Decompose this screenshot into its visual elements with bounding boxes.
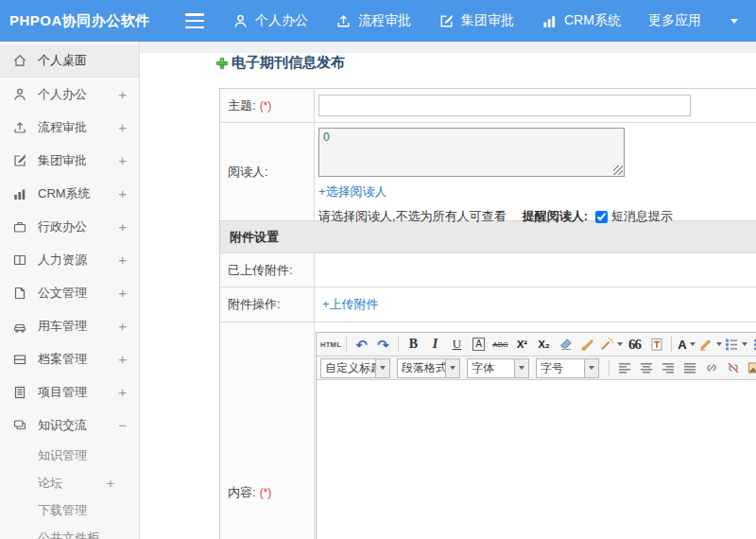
sms-checkbox[interactable]: [595, 211, 608, 223]
top-navigation: 个人办公 流程审批 集团审批 CRM系统 更多应用: [232, 12, 738, 29]
sidebar-item-documents[interactable]: 公文管理 +: [0, 276, 139, 309]
font-style-button[interactable]: A: [469, 335, 489, 354]
car-icon: [12, 319, 27, 334]
chevron-down-icon: [450, 366, 455, 370]
content-row: 内容: (*) HTML ↶ ↷ B I U A: [220, 322, 756, 539]
sidebar-subitem-public-cabinet[interactable]: 公共文件柜: [0, 524, 139, 539]
sidebar-subitem-forum[interactable]: 论坛 +: [0, 469, 139, 496]
chevron-down-icon: [519, 366, 524, 370]
expand-icon[interactable]: +: [118, 185, 127, 201]
subject-label: 主题: (*): [220, 89, 315, 122]
align-left-icon[interactable]: [614, 358, 634, 377]
sidebar-subitem-knowledge-mgmt[interactable]: 知识管理: [0, 442, 139, 469]
undo-icon[interactable]: ↶: [352, 335, 371, 354]
sidebar-item-projects[interactable]: 项目管理 +: [0, 375, 139, 409]
paste-text-icon[interactable]: [646, 335, 666, 354]
sidebar-item-crm[interactable]: CRM系统 +: [0, 177, 139, 210]
edit-icon: [12, 153, 27, 168]
expand-icon[interactable]: +: [118, 152, 127, 168]
sidebar-item-desktop[interactable]: 个人桌面: [0, 44, 139, 78]
expand-icon[interactable]: +: [118, 86, 127, 102]
blockquote-button[interactable]: 66: [625, 335, 644, 354]
strikethrough-button[interactable]: ABC: [490, 335, 510, 354]
person-icon: [12, 87, 27, 102]
sidebar-item-knowledge-exchange[interactable]: 知识交流 −: [0, 409, 139, 442]
subject-input[interactable]: [318, 95, 691, 116]
nav-workflow-approval[interactable]: 流程审批: [335, 12, 411, 29]
expand-icon[interactable]: +: [118, 351, 127, 367]
ordered-list-icon[interactable]: [724, 335, 747, 354]
sidebar-item-vehicles[interactable]: 用车管理 +: [0, 309, 139, 342]
unlink-icon[interactable]: [723, 358, 743, 377]
redo-icon[interactable]: ↷: [373, 335, 393, 354]
font-color-button[interactable]: A: [677, 335, 696, 354]
expand-icon[interactable]: +: [118, 318, 127, 334]
expand-icon[interactable]: +: [118, 218, 127, 235]
nav-personal-office[interactable]: 个人办公: [232, 12, 308, 29]
chart-icon: [541, 13, 558, 29]
nav-crm-system[interactable]: CRM系统: [541, 12, 621, 29]
readers-textarea[interactable]: 0: [318, 128, 625, 177]
content-top-strip: [140, 42, 756, 53]
attachments-section-header: 附件设置: [220, 221, 756, 253]
expand-icon[interactable]: +: [118, 119, 127, 135]
add-plus-icon: [215, 57, 229, 70]
readers-hint: 请选择阅读人,不选为所有人可查看: [318, 208, 507, 225]
flow-icon: [12, 120, 27, 135]
expand-icon[interactable]: +: [118, 252, 127, 268]
heading-style-select[interactable]: 自定义标题: [320, 358, 390, 378]
edit-icon: [438, 13, 455, 29]
uploaded-files-area: [315, 253, 756, 287]
image-icon[interactable]: [745, 358, 756, 377]
chevron-down-icon[interactable]: [730, 19, 738, 24]
expand-icon[interactable]: +: [107, 476, 114, 491]
html-source-button[interactable]: HTML: [320, 335, 341, 354]
link-icon[interactable]: [701, 358, 721, 377]
nav-group-approval[interactable]: 集团审批: [438, 12, 514, 29]
sidebar-subitem-download-mgmt[interactable]: 下载管理: [0, 496, 139, 524]
align-right-icon[interactable]: [658, 358, 678, 377]
main-content: 电子期刊信息发布 主题: (*) 阅读人: 0 +选择阅读人: [140, 42, 756, 539]
flow-icon: [335, 13, 352, 29]
font-size-select[interactable]: 字号: [536, 358, 599, 378]
editor-content-area[interactable]: [317, 380, 756, 539]
operation-label: 附件操作:: [220, 287, 315, 322]
align-justify-icon[interactable]: [679, 358, 699, 377]
sidebar-item-admin-office[interactable]: 行政办公 +: [0, 210, 139, 243]
required-mark: (*): [260, 486, 272, 499]
editor-toolbar-row2: 自定义标题 段落格式 字体 字号: [317, 356, 756, 380]
sidebar-item-workflow-approval[interactable]: 流程审批 +: [0, 111, 139, 144]
sidebar-item-hr[interactable]: 人力资源 +: [0, 243, 139, 276]
magic-wand-icon[interactable]: [599, 335, 623, 354]
nav-more-apps[interactable]: 更多应用: [648, 12, 701, 29]
collapse-icon[interactable]: −: [118, 417, 127, 433]
subject-row: 主题: (*): [220, 89, 756, 123]
italic-button[interactable]: I: [425, 335, 445, 354]
subscript-button[interactable]: X₂: [534, 335, 554, 354]
editor-toolbar-row1: HTML ↶ ↷ B I U A ABC X² X₂: [317, 333, 756, 356]
bold-button[interactable]: B: [404, 335, 423, 354]
highlighter-icon[interactable]: [698, 335, 722, 354]
uploaded-label: 已上传附件:: [220, 253, 315, 287]
expand-icon[interactable]: +: [118, 285, 127, 301]
superscript-button[interactable]: X²: [512, 335, 532, 354]
underline-button[interactable]: U: [447, 335, 467, 354]
resize-grip[interactable]: [613, 165, 623, 175]
app-header: PHPOA协同办公软件 个人办公 流程审批 集团审批 CRM系统: [0, 0, 756, 42]
paragraph-format-select[interactable]: 段落格式: [397, 358, 460, 378]
sidebar-item-personal-office[interactable]: 个人办公 +: [0, 78, 139, 111]
eraser-icon[interactable]: [556, 335, 576, 354]
align-center-icon[interactable]: [636, 358, 656, 377]
project-icon: [12, 385, 27, 400]
sidebar-item-group-approval[interactable]: 集团审批 +: [0, 144, 139, 177]
required-mark: (*): [260, 99, 272, 113]
menu-icon[interactable]: [185, 13, 204, 28]
expand-icon[interactable]: +: [118, 384, 127, 400]
toolbar-separator: [346, 337, 347, 352]
brush-icon[interactable]: [577, 335, 597, 354]
select-readers-link[interactable]: +选择阅读人: [318, 183, 387, 200]
upload-attachment-link[interactable]: +上传附件: [322, 296, 379, 313]
unordered-list-icon[interactable]: [749, 335, 756, 354]
font-family-select[interactable]: 字体: [467, 358, 529, 378]
sidebar-item-archives[interactable]: 档案管理 +: [0, 342, 139, 375]
